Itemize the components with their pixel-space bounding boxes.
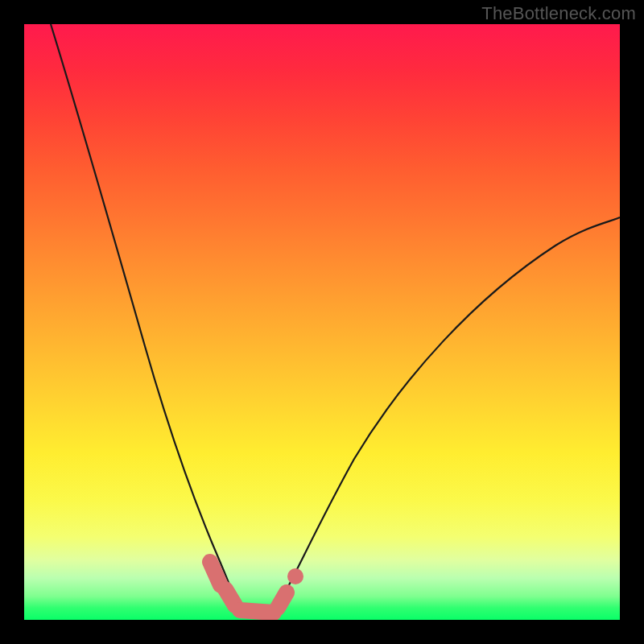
left-marker-top (210, 562, 221, 585)
right-marker-bot (278, 592, 287, 608)
left-marker-mid (225, 589, 235, 605)
watermark-text: TheBottleneck.com (481, 3, 636, 24)
chart-container: TheBottleneck.com (0, 0, 644, 644)
plot-area (24, 24, 620, 620)
bottom-marker (240, 610, 274, 613)
curves-svg (24, 24, 620, 620)
right-curve (274, 217, 620, 613)
right-marker-top (287, 568, 303, 584)
left-curve (51, 24, 240, 609)
